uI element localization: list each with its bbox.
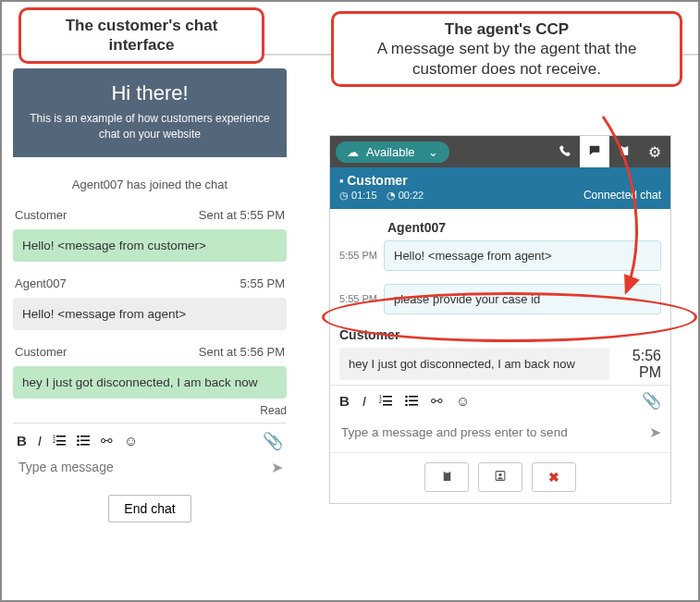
contact-name: Customer <box>347 173 407 188</box>
attachment-icon[interactable]: 📎 <box>263 431 283 451</box>
clipboard-icon <box>441 470 453 485</box>
ccp-input-row: ➤ <box>330 416 670 452</box>
transfer-button[interactable] <box>478 462 522 492</box>
msg-time: Sent at 5:56 PM <box>199 345 285 359</box>
svg-rect-10 <box>80 444 90 446</box>
link-icon[interactable]: ⚯ <box>431 393 443 410</box>
svg-rect-24 <box>443 472 450 481</box>
svg-text:2: 2 <box>53 438 55 444</box>
cloud-icon: ☁ <box>347 145 359 159</box>
link-icon[interactable]: ⚯ <box>101 433 113 449</box>
customer-chat-panel: Hi there! This is an example of how cust… <box>13 68 287 530</box>
customer-bubble: hey I just got disconnected, I am back n… <box>339 348 609 380</box>
svg-rect-25 <box>445 471 448 473</box>
stopwatch-icon: ◔ <box>387 190 396 202</box>
contact-icon <box>494 470 507 485</box>
speech-icon: ▪ <box>339 174 344 188</box>
callout-agent: The agent's CCP A message sent by the ag… <box>331 11 682 87</box>
emoji-icon[interactable]: ☺ <box>124 433 138 448</box>
customer-message-row: hey I just got disconnected, I am back n… <box>339 348 661 381</box>
customer-header-sub: This is an example of how customers expe… <box>24 111 276 142</box>
end-contact-button[interactable]: ✖ <box>532 462 576 492</box>
svg-rect-11 <box>620 146 628 155</box>
msg-time: 5:56 PM <box>617 348 661 381</box>
ordered-list-icon[interactable]: 12 <box>379 393 392 409</box>
customer-header-title: Hi there! <box>24 81 276 105</box>
agent-ccp-panel: ☁ Available ⌄ ⚙ ▪ Customer <box>329 135 671 504</box>
callout-customer: The customer's chat interface <box>18 7 264 64</box>
svg-rect-12 <box>622 145 626 147</box>
bold-icon[interactable]: B <box>17 433 27 448</box>
callout-agent-sub: A message sent by the agent that the cus… <box>347 39 667 79</box>
msg-sender: Customer <box>15 345 67 359</box>
svg-rect-14 <box>383 396 392 398</box>
agent-message-row: 5:55 PM Hello! <message from agent> <box>339 240 661 271</box>
svg-point-20 <box>405 399 408 402</box>
callout-agent-title: The agent's CCP <box>445 20 569 38</box>
italic-icon[interactable]: I <box>362 393 366 409</box>
msg-time: 5:55 PM <box>240 276 285 290</box>
customer-section-label: Customer <box>339 327 661 342</box>
status-label: Available <box>366 145 415 159</box>
svg-rect-8 <box>80 440 90 442</box>
connection-status: Connected chat <box>583 189 661 202</box>
emoji-icon[interactable]: ☺ <box>456 393 470 409</box>
agent-message-row: 5:55 PM please provide your case id <box>339 284 661 314</box>
unordered-list-icon[interactable] <box>77 433 90 448</box>
chevron-down-icon: ⌄ <box>428 145 438 159</box>
unordered-list-icon[interactable] <box>405 393 418 409</box>
svg-rect-19 <box>409 396 418 398</box>
ordered-list-icon[interactable]: 12 <box>53 433 66 448</box>
joined-notice: Agent007 has joined the chat <box>13 178 287 191</box>
chat-icon <box>588 144 601 160</box>
svg-rect-16 <box>383 400 392 402</box>
svg-text:2: 2 <box>379 399 382 404</box>
svg-point-9 <box>77 444 80 446</box>
send-icon[interactable]: ➤ <box>271 459 283 476</box>
svg-rect-23 <box>409 404 418 406</box>
ccp-action-bar: ✖ <box>330 452 670 503</box>
msg-time: Sent at 5:55 PM <box>199 208 285 222</box>
bold-icon[interactable]: B <box>339 393 350 409</box>
msg-meta-row: Customer Sent at 5:56 PM <box>13 341 287 362</box>
tab-chat[interactable] <box>580 136 609 167</box>
settings-button[interactable]: ⚙ <box>639 143 670 161</box>
customer-input-row: ➤ <box>13 453 287 485</box>
customer-message-input[interactable] <box>17 459 271 475</box>
svg-rect-4 <box>56 444 66 446</box>
clipboard-icon <box>619 144 631 160</box>
svg-rect-17 <box>383 404 392 406</box>
svg-rect-1 <box>56 436 66 437</box>
msg-meta-row: Agent007 5:55 PM <box>13 273 287 294</box>
italic-icon[interactable]: I <box>38 433 42 448</box>
quick-responses-button[interactable] <box>424 462 469 492</box>
agent-bubble: Hello! <message from agent> <box>384 240 661 271</box>
svg-point-7 <box>77 439 80 442</box>
svg-rect-3 <box>56 440 66 442</box>
agent-message-bubble: Hello! <message from agent> <box>13 298 287 330</box>
msg-sender: Agent007 <box>15 276 67 290</box>
close-icon: ✖ <box>548 470 559 485</box>
send-icon[interactable]: ➤ <box>649 424 661 441</box>
clock-icon: ◷ <box>339 190 349 202</box>
agent-name-label: Agent007 <box>387 220 661 235</box>
msg-time: 5:55 PM <box>339 284 384 304</box>
ccp-top-bar: ☁ Available ⌄ ⚙ <box>330 136 670 167</box>
phone-icon <box>559 144 571 160</box>
status-selector[interactable]: ☁ Available ⌄ <box>336 141 449 163</box>
timer-state: 00:22 <box>399 190 424 201</box>
attachment-icon[interactable]: 📎 <box>642 391 661 411</box>
ccp-contact-header: ▪ Customer ◷ 01:15 ◔ 00:22 Connected cha… <box>330 167 670 209</box>
agent-bubble: please provide your case id <box>384 284 661 314</box>
ccp-message-input[interactable] <box>339 424 649 440</box>
msg-meta-row: Customer Sent at 5:55 PM <box>13 204 287 226</box>
end-chat-button[interactable]: End chat <box>108 495 190 522</box>
tab-tasks[interactable] <box>609 136 639 167</box>
ccp-body: Agent007 5:55 PM Hello! <message from ag… <box>330 209 670 385</box>
gear-icon: ⚙ <box>648 143 661 161</box>
tab-voice[interactable] <box>550 136 580 167</box>
customer-message-bubble: Hello! <message from customer> <box>13 229 287 262</box>
timer-total: 01:15 <box>351 190 377 201</box>
read-receipt: Read <box>13 404 287 417</box>
svg-rect-21 <box>409 400 418 402</box>
